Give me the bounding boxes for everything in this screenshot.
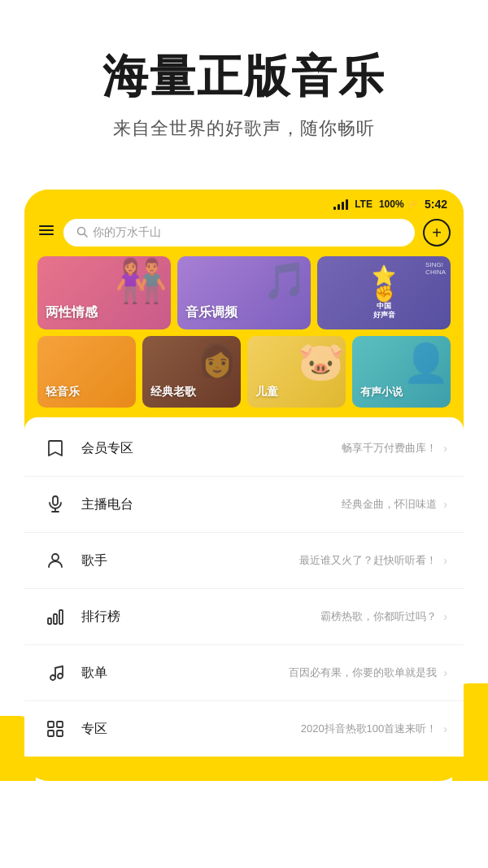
list-name-playlist: 歌单: [81, 665, 130, 682]
hero-subtitle: 来自全世界的好歌声，随你畅听: [33, 116, 455, 141]
menu-icon[interactable]: [37, 221, 55, 244]
list-arrow-artist: ›: [443, 554, 447, 567]
svg-rect-5: [53, 496, 58, 505]
list-name-ranking: 排行榜: [81, 608, 130, 626]
svg-rect-16: [48, 731, 54, 736]
svg-point-13: [58, 674, 63, 678]
tile-row-2: 轻音乐 👩 经典老歌 🐷 儿童: [37, 336, 451, 408]
clock-label: 5:42: [425, 198, 447, 211]
list-desc-ranking: 霸榜热歌，你都听过吗？: [130, 609, 437, 624]
bookmark-icon: [41, 434, 70, 463]
list-name-radio: 主播电台: [81, 496, 133, 513]
phone-container: LTE 100% ⚡ 5:42: [24, 190, 464, 781]
grid-icon: [41, 714, 70, 744]
mic-icon: [41, 490, 70, 519]
tile-music-freq[interactable]: 🎵 音乐调频: [177, 256, 311, 329]
list-name-vip: 会员专区: [81, 440, 133, 457]
signal-icon: [333, 198, 348, 210]
list-desc-playlist: 百因必有果，你要的歌单就是我: [130, 665, 437, 680]
list-section: 会员专区 畅享千万付费曲库！ › 主播电台 经典金曲，怀旧味道 › 歌手 最近谁…: [24, 417, 464, 757]
list-item-playlist[interactable]: 歌单 百因必有果，你要的歌单就是我 ›: [24, 645, 464, 701]
list-item-ranking[interactable]: 排行榜 霸榜热歌，你都听过吗？ ›: [24, 589, 464, 645]
svg-rect-9: [48, 618, 51, 624]
lte-label: LTE: [355, 198, 373, 210]
svg-rect-17: [57, 731, 63, 736]
list-item-artist[interactable]: 歌手 最近谁又火了？赶快听听看！ ›: [24, 533, 464, 589]
tile-light-music[interactable]: 轻音乐: [37, 336, 136, 408]
list-desc-vip: 畅享千万付费曲库！: [133, 441, 437, 456]
svg-point-8: [52, 554, 59, 560]
page-wrapper: 海量正版音乐 来自全世界的好歌声，随你畅听 LTE 100% ⚡ 5:42: [0, 0, 488, 781]
music-icon: [41, 658, 70, 687]
battery-icon: ⚡: [407, 199, 418, 209]
list-arrow-zone: ›: [443, 722, 447, 735]
status-bar: LTE 100% ⚡ 5:42: [24, 190, 464, 216]
list-desc-artist: 最近谁又火了？赶快听听看！: [130, 553, 437, 568]
tile-romance[interactable]: 👫 两性情感: [37, 256, 171, 329]
search-placeholder-text: 你的万水千山: [93, 225, 161, 240]
list-desc-radio: 经典金曲，怀旧味道: [133, 497, 437, 512]
svg-rect-11: [59, 610, 63, 624]
svg-rect-10: [54, 614, 57, 624]
search-icon: [76, 226, 88, 240]
list-item-zone[interactable]: 专区 2020抖音热歌100首速来听！ ›: [24, 701, 464, 757]
svg-rect-15: [57, 722, 63, 727]
user-icon: [41, 546, 70, 575]
search-row: 你的万水千山 +: [24, 216, 464, 256]
grid-section: 👫 两性情感 🎵 音乐调频 ⭐: [24, 256, 464, 417]
list-arrow-ranking: ›: [443, 610, 447, 623]
svg-point-12: [50, 675, 55, 680]
list-desc-zone: 2020抖音热歌100首速来听！: [130, 722, 437, 736]
list-arrow-playlist: ›: [443, 666, 447, 679]
list-item-vip[interactable]: 会员专区 畅享千万付费曲库！ ›: [24, 421, 464, 477]
bar-chart-icon: [41, 602, 70, 631]
list-arrow-vip: ›: [443, 442, 447, 455]
list-item-radio[interactable]: 主播电台 经典金曲，怀旧味道 ›: [24, 477, 464, 533]
list-name-artist: 歌手: [81, 552, 130, 569]
list-arrow-radio: ›: [443, 498, 447, 511]
tile-row-1: 👫 两性情感 🎵 音乐调频 ⭐: [37, 256, 451, 329]
add-button[interactable]: +: [423, 219, 451, 246]
battery-label: 100% ⚡: [379, 198, 418, 210]
tile-classic-songs[interactable]: 👩 经典老歌: [142, 336, 241, 408]
hero-section: 海量正版音乐 来自全世界的好歌声，随你畅听: [0, 0, 488, 173]
hero-title: 海量正版音乐: [33, 49, 455, 103]
svg-rect-14: [48, 722, 54, 727]
tile-china-voice[interactable]: ⭐ ✊ 中国好声音 SING!CHINA: [317, 256, 451, 329]
svg-line-4: [85, 233, 88, 237]
tile-children[interactable]: 🐷 儿童: [247, 336, 346, 408]
tile-audiobook[interactable]: 👤 有声小说: [352, 336, 451, 408]
list-name-zone: 专区: [81, 721, 130, 738]
search-bar[interactable]: 你的万水千山: [63, 219, 415, 246]
